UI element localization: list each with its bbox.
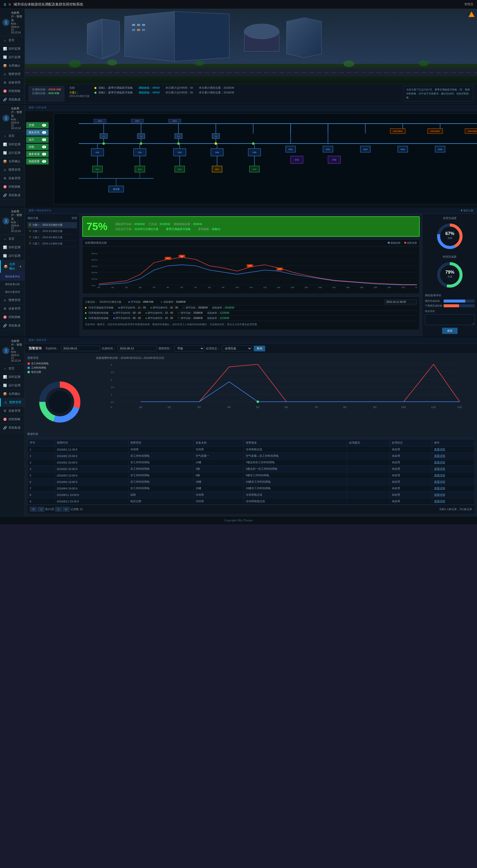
plan-item-4[interactable]: ☐ 方案三：2016-1月调控方案: [27, 241, 77, 247]
sidebar3-home[interactable]: ⌂首页: [0, 235, 25, 243]
svg-text:CB5: CB5: [252, 151, 256, 154]
sidebar2-device[interactable]: ⚙设备管理: [0, 174, 25, 183]
datetime-picker[interactable]: [385, 300, 417, 304]
action-link[interactable]: 查看详情: [434, 467, 445, 470]
prev-page-btn[interactable]: ◁: [38, 507, 44, 512]
service-badge: 1: [42, 153, 46, 156]
cell-ops[interactable]: 查看详情: [432, 485, 474, 492]
cell-ops[interactable]: 查看详情: [432, 472, 474, 479]
dev-icon-3: ⚙: [3, 307, 7, 311]
cell-ops[interactable]: 查看详情: [432, 453, 474, 459]
service-btn[interactable]: 服务资源 1: [26, 151, 49, 157]
last-page-btn[interactable]: ⊳: [63, 507, 69, 512]
search-button[interactable]: 查询: [254, 346, 265, 351]
manage-btn[interactable]: 管理: [71, 216, 77, 220]
svg-text:1: 1: [111, 394, 112, 396]
action-link[interactable]: 查看详情: [434, 454, 445, 457]
sidebar2-warning[interactable]: ⚠预警管理: [0, 166, 25, 174]
cell-ops[interactable]: 查看详情: [432, 446, 474, 453]
action-link[interactable]: 查看详情: [434, 480, 445, 483]
svg-text:500 kw: 500 kw: [92, 252, 98, 255]
svg-point-22: [419, 60, 428, 66]
first-page-btn[interactable]: ⊲: [30, 507, 37, 512]
sidebar3-warning[interactable]: ⚠预警管理: [0, 296, 25, 305]
sidebar3-analysis[interactable]: 调控效果分析: [0, 281, 25, 288]
warning-icon: ⚠: [3, 72, 7, 76]
svg-text:0 kw: 0 kw: [92, 284, 95, 287]
eval-textarea[interactable]: [425, 314, 475, 325]
cell-type: 非工作时间用电: [128, 485, 193, 492]
home-icon-2: ⌂: [3, 134, 7, 138]
sidebar4-home[interactable]: ⌂首页: [0, 364, 25, 373]
action-link[interactable]: 查看详情: [434, 448, 445, 451]
sidebar4-device[interactable]: ⚙设备管理: [0, 407, 25, 415]
process-select[interactable]: 处理完成 未处理 处理中: [222, 345, 252, 351]
sidebar4-system[interactable]: 🔗系统集成: [0, 424, 25, 432]
end-input[interactable]: [118, 346, 157, 351]
sidebar-item-warning[interactable]: ⚠预警管理: [0, 70, 25, 79]
sidebar3-plan[interactable]: 调控方案管理: [0, 288, 25, 296]
sidebar4-warehouse[interactable]: 📦仓库确认: [0, 390, 25, 398]
sidebar-item-operation[interactable]: 🔄运行监测: [0, 53, 25, 62]
action-link[interactable]: 查看详情: [434, 474, 445, 477]
plan-item-1[interactable]: ☑ 方案一：2016-9月调控方案: [27, 222, 77, 228]
ac-btn[interactable]: 空调 5: [26, 122, 49, 128]
sidebar-item-warehouse[interactable]: 📦仓库确认: [0, 62, 25, 70]
datetime-input[interactable]: [385, 300, 417, 304]
cell-ops[interactable]: 查看详情: [432, 479, 474, 485]
checkbox-4: ☐: [29, 242, 31, 245]
sidebar-item-system[interactable]: 🔗系统集成: [0, 95, 25, 104]
svg-text:22时: 22时: [401, 287, 405, 288]
start-input[interactable]: [61, 346, 100, 351]
svg-text:HV1: HV1: [215, 168, 219, 170]
cell-ops[interactable]: 查看详情: [432, 459, 474, 466]
hamburger-menu[interactable]: ≡: [8, 2, 11, 7]
power-btn[interactable]: 动力 2: [26, 136, 49, 143]
svg-point-21: [343, 61, 354, 67]
sidebar4-warning[interactable]: ⚠预警管理: [0, 398, 25, 407]
supply-btn[interactable]: 供电 1: [26, 144, 49, 150]
sidebar2-system[interactable]: 🔗系统集成: [0, 191, 25, 199]
switch-btn[interactable]: 插头开关 1: [26, 129, 49, 135]
action-link[interactable]: 查看详情: [434, 500, 445, 503]
ctrl-icon-2: 🎯: [3, 185, 7, 189]
sidebar3-warehouse[interactable]: 📦仓库确认 ▼: [0, 260, 25, 273]
cell-ops[interactable]: 查看详情: [432, 498, 474, 505]
sidebar3-control[interactable]: 🎯控制策略: [0, 313, 25, 321]
action-link[interactable]: 查看详情: [434, 461, 445, 464]
sidebar-item-realtime[interactable]: 📊实时监测: [0, 44, 25, 53]
cell-ops[interactable]: 查看详情: [432, 492, 474, 498]
dot-s1: [85, 307, 87, 309]
action-link[interactable]: 查看详情: [434, 493, 445, 496]
cell-id: 7: [28, 485, 55, 492]
cell-desc: 空气质量—非工作时间用电: [244, 453, 347, 459]
sidebar2-operation[interactable]: 🔄运行监测: [0, 149, 25, 157]
sidebar-item-device[interactable]: ⚙设备管理: [0, 79, 25, 87]
sidebar4-control[interactable]: 🎯控制策略: [0, 415, 25, 424]
sidebar3-operation[interactable]: 🔄运行监测: [0, 252, 25, 260]
action-link[interactable]: 查看详情: [434, 487, 445, 490]
svg-point-18: [68, 60, 81, 67]
sidebar2-realtime[interactable]: 📊实时监测: [0, 140, 25, 149]
sidebar3-realtime[interactable]: 📊实时监测: [0, 243, 25, 252]
save-button[interactable]: 保存: [442, 328, 457, 334]
sidebar3-eval[interactable]: 调控效果评估: [0, 273, 25, 281]
sidebar3-device[interactable]: ⚙设备管理: [0, 305, 25, 313]
plan-item-3[interactable]: ☐ 方案三：2016-8月调控方案: [27, 235, 77, 241]
sidebar-item-home[interactable]: ⌂首页: [0, 36, 25, 44]
legend-item-1: 非工作时间用电: [27, 362, 92, 365]
quality-btn[interactable]: 电能质量 5: [26, 158, 49, 164]
sidebar4-operation[interactable]: 🔄运行监测: [0, 381, 25, 390]
sidebar2-home[interactable]: ⌂首页: [0, 132, 25, 140]
plan-item-2[interactable]: ☐ 方案二：2016-9月调控方案: [27, 228, 77, 235]
cell-ops[interactable]: 查看详情: [432, 466, 474, 472]
sidebar4-realtime[interactable]: 📊实时监测: [0, 373, 25, 381]
svg-text:200 kw: 200 kw: [92, 271, 98, 274]
sidebar3-system[interactable]: 🔗系统集成: [0, 321, 25, 330]
next-page-btn[interactable]: ▷: [55, 507, 62, 512]
sidebar-item-control[interactable]: 🎯控制策略: [0, 87, 25, 95]
type-select[interactable]: 甲级 乙级 丙级: [174, 345, 204, 351]
sidebar2-control[interactable]: 🎯控制策略: [0, 183, 25, 191]
chart-icon: 📊: [3, 47, 7, 51]
sidebar2-warehouse[interactable]: 📦仓库确认: [0, 157, 25, 166]
